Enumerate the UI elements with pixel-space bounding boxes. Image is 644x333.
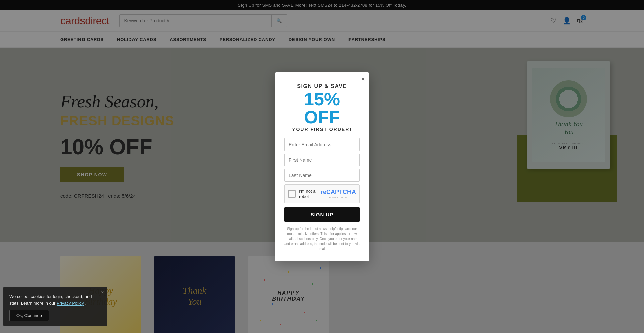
signup-modal: × SIGN UP & SAVE 15% OFF YOUR FIRST ORDE… bbox=[275, 72, 369, 261]
recaptcha-label: I'm not a robot bbox=[299, 189, 317, 199]
sign-up-button[interactable]: SIGN UP bbox=[284, 207, 360, 222]
modal-fine-print: Sign up for the latest news, helpful tip… bbox=[284, 226, 360, 252]
privacy-policy-link[interactable]: Privacy Policy bbox=[57, 301, 84, 306]
first-name-field[interactable] bbox=[284, 154, 360, 166]
cookie-ok-button[interactable]: Ok, Continue bbox=[9, 310, 49, 321]
cookie-banner: × We collect cookies for login, checkout… bbox=[3, 287, 107, 326]
recaptcha-checkbox[interactable] bbox=[288, 190, 296, 198]
cookie-close-button[interactable]: × bbox=[101, 289, 104, 295]
modal-percent-off: 15% OFF bbox=[284, 90, 360, 126]
modal-close-button[interactable]: × bbox=[361, 76, 365, 82]
email-field[interactable] bbox=[284, 138, 360, 151]
modal-sign-up-save: SIGN UP & SAVE bbox=[284, 83, 360, 89]
recaptcha-widget: I'm not a robot reCAPTCHA Privacy · Term… bbox=[284, 184, 360, 203]
recaptcha-logo: reCAPTCHA Privacy · Terms bbox=[321, 189, 356, 199]
cookie-period: . bbox=[85, 301, 86, 306]
modal-first-order: YOUR FIRST ORDER! bbox=[284, 127, 360, 132]
last-name-field[interactable] bbox=[284, 169, 360, 182]
modal-overlay[interactable]: × SIGN UP & SAVE 15% OFF YOUR FIRST ORDE… bbox=[0, 0, 644, 333]
